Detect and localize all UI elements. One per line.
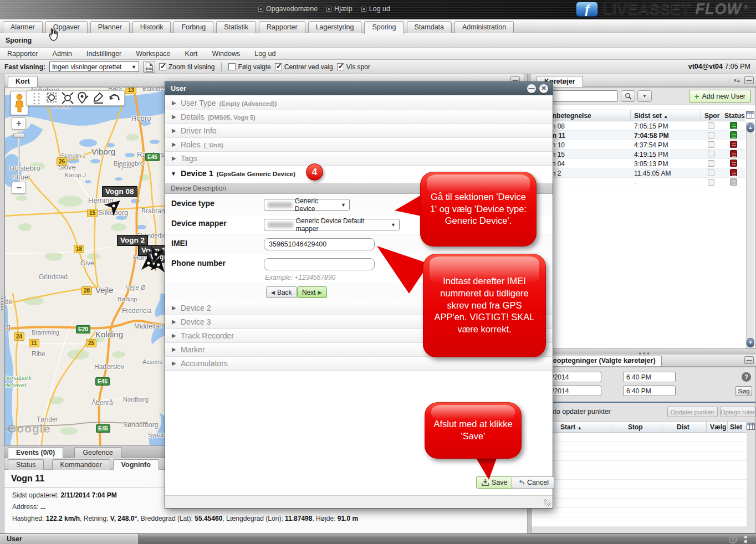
- zoom-slider-thumb[interactable]: [13, 133, 24, 138]
- vehicles-scrollbar[interactable]: ▲ ▼: [746, 122, 754, 348]
- tab-administration[interactable]: Administration: [454, 21, 514, 33]
- table-row[interactable]: Vogn 154:19:15 PM: [532, 150, 745, 159]
- spor-checkbox[interactable]: [708, 122, 714, 129]
- tab-forbrug[interactable]: Forbrug: [173, 21, 213, 33]
- spor-checkbox[interactable]: [708, 160, 714, 167]
- section-details[interactable]: ▶Details(DMS05, Vogn 5): [165, 110, 553, 124]
- column-chooser-icon[interactable]: [746, 111, 754, 119]
- vehicles-minimize-button[interactable]: —: [744, 76, 754, 84]
- device-type-select[interactable]: Generic Device ▼: [264, 199, 350, 211]
- cancel-button[interactable]: Cancel: [512, 476, 554, 489]
- dialog-minimize-icon[interactable]: —: [527, 84, 536, 93]
- col-sidst-set[interactable]: Sidst set ▲: [634, 112, 668, 120]
- tab-statistik[interactable]: Statistik: [216, 21, 256, 33]
- menu-log-ud[interactable]: Log ud: [247, 50, 283, 58]
- spor-checkbox[interactable]: [708, 141, 714, 148]
- checkbox-icon[interactable]: [275, 63, 282, 70]
- back-button[interactable]: ◀ Back: [266, 286, 297, 298]
- table-row[interactable]: [532, 433, 747, 442]
- table-row[interactable]: [532, 508, 747, 517]
- from-time-input[interactable]: [623, 372, 676, 382]
- col-start[interactable]: Start ▲: [560, 423, 582, 431]
- tab-kort[interactable]: Kort: [8, 76, 38, 88]
- clear-tool-icon[interactable]: [92, 91, 105, 105]
- zoom-slider-track[interactable]: [18, 131, 20, 181]
- dialog-title-bar[interactable]: User: [165, 82, 553, 95]
- routes-minimize-button[interactable]: —: [744, 356, 754, 364]
- table-row[interactable]: Vogn 043:05:13 PM: [532, 159, 745, 168]
- section-driver-info[interactable]: ▶Driver Info: [165, 124, 553, 138]
- table-row[interactable]: [532, 489, 747, 499]
- map-vehicle-label[interactable]: Vogn 08: [102, 186, 137, 197]
- col-vaelg[interactable]: Vælg: [710, 423, 726, 431]
- column-chooser-icon[interactable]: [747, 423, 755, 430]
- topbar-link-opgavedomæne[interactable]: Opgavedomæne: [258, 5, 318, 13]
- col-slet[interactable]: Slet: [730, 423, 742, 431]
- dialog-close-icon[interactable]: ✕: [539, 84, 548, 93]
- sog-button[interactable]: Søg: [735, 386, 752, 396]
- col-status[interactable]: Status: [724, 112, 745, 120]
- spor-checkbox[interactable]: [708, 179, 714, 186]
- phone-input[interactable]: [264, 258, 375, 270]
- tab-vogninfo[interactable]: Vogninfo: [113, 459, 159, 470]
- drag-handle-icon[interactable]: [30, 91, 43, 105]
- scroll-up-icon[interactable]: ▲: [747, 123, 754, 132]
- section-user-type[interactable]: ▶User Type(Empty (Advanced)): [165, 96, 553, 110]
- zoom-in-button[interactable]: +: [12, 117, 26, 130]
- checkbox-icon[interactable]: [228, 63, 236, 70]
- tab-geofence[interactable]: Geofence: [74, 447, 121, 458]
- table-row[interactable]: [532, 461, 747, 470]
- vehicles-table-header[interactable]: Vognbetegnelse Sidst set ▲ Spor Status: [532, 110, 745, 121]
- left-splitter[interactable]: [0, 74, 4, 533]
- menu-admin[interactable]: Admin: [45, 50, 79, 58]
- to-time-input[interactable]: [623, 386, 676, 396]
- next-button[interactable]: Next ▶: [297, 286, 327, 298]
- menu-windows[interactable]: Windows: [205, 50, 248, 58]
- menu-workspace[interactable]: Workspace: [129, 50, 177, 58]
- table-row[interactable]: Vogn 211:45:05 AM: [532, 168, 745, 178]
- search-button[interactable]: [621, 90, 635, 102]
- routes-table-header[interactable]: Start ▲ Stop Dist Vælg Slet: [532, 421, 747, 433]
- device-mapper-select[interactable]: Generic Device Default mapper ▼: [264, 219, 400, 230]
- right-horizontal-splitter[interactable]: ●●●: [528, 349, 756, 355]
- table-row[interactable]: Vogn 117:04:58 PM: [532, 131, 745, 140]
- table-row[interactable]: [532, 517, 747, 527]
- tab-alarmer[interactable]: Alarmer: [3, 21, 43, 33]
- table-row[interactable]: -: [532, 178, 745, 187]
- tab-events-0-0-[interactable]: Events (0/0): [8, 447, 63, 458]
- spor-checkbox[interactable]: [708, 151, 714, 157]
- table-row[interactable]: Vogn 087:05:15 PM: [532, 121, 745, 131]
- notification-count-icon[interactable]: 0: [729, 535, 737, 543]
- col-dist[interactable]: Dist: [677, 423, 689, 431]
- col-stop[interactable]: Stop: [628, 423, 643, 431]
- section-accumulators[interactable]: ▶Accumulators: [165, 357, 553, 371]
- add-new-user-button[interactable]: + Add new User: [689, 90, 751, 102]
- tab-sporing[interactable]: Sporing: [364, 21, 403, 34]
- spor-checkbox[interactable]: [708, 132, 714, 138]
- check-centrer-ved-valg[interactable]: Centrer ved valg: [275, 63, 333, 71]
- imei-input[interactable]: [264, 238, 375, 250]
- topbar-link-log-ud[interactable]: Log ud: [361, 5, 390, 13]
- section-tags[interactable]: ▶Tags: [165, 152, 553, 166]
- table-row[interactable]: [532, 499, 747, 508]
- kml-button[interactable]: KML: [143, 61, 155, 73]
- search-options-button[interactable]: ▼: [637, 90, 652, 102]
- table-row[interactable]: Vogn 104:37:54 PM: [532, 140, 745, 150]
- topbar-link-hjælp[interactable]: Hjælp: [326, 5, 353, 13]
- tab-lagerstyring[interactable]: Lagerstyring: [308, 21, 362, 33]
- checkbox-icon[interactable]: [159, 63, 166, 70]
- tab-status[interactable]: Status: [8, 459, 44, 470]
- section-roles[interactable]: ▶Roles(_Unit): [165, 138, 553, 152]
- check-zoom-til-visning[interactable]: Zoom til visning: [159, 63, 214, 71]
- checkbox-icon[interactable]: [337, 63, 344, 70]
- panel-menu-icon[interactable]: ▾≣: [734, 78, 740, 83]
- tab-stamdata[interactable]: Stamdata: [407, 21, 452, 33]
- dialog-resize-grip[interactable]: [544, 499, 551, 506]
- optegn-ruter-button[interactable]: Optegn ruter: [720, 407, 755, 417]
- table-row[interactable]: [532, 470, 747, 480]
- tab-kommandoer[interactable]: Kommandoer: [52, 459, 110, 470]
- table-row[interactable]: [532, 451, 747, 461]
- spor-checkbox[interactable]: [708, 170, 714, 176]
- table-row[interactable]: [532, 480, 747, 489]
- zoom-out-button[interactable]: −: [12, 182, 26, 194]
